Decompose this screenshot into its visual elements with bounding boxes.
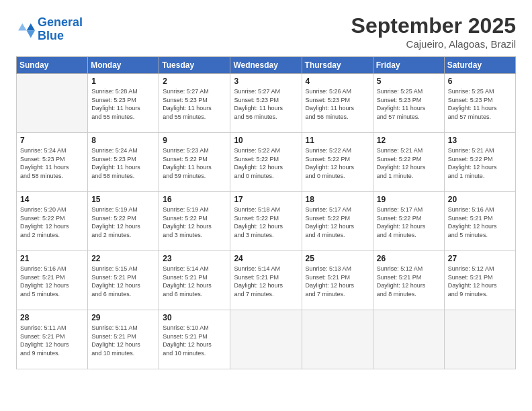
logo-general: General xyxy=(38,15,83,29)
day-number: 18 xyxy=(306,195,369,204)
day-info: Sunrise: 5:23 AM Sunset: 5:22 PM Dayligh… xyxy=(163,146,226,180)
svg-marker-0 xyxy=(27,23,35,30)
day-number: 13 xyxy=(448,136,512,145)
calendar-cell: 30Sunrise: 5:10 AM Sunset: 5:21 PM Dayli… xyxy=(159,310,230,369)
day-number: 16 xyxy=(163,195,226,204)
day-number: 5 xyxy=(377,77,441,86)
header: General Blue September 2025 Cajueiro, Al… xyxy=(16,13,516,50)
day-info: Sunrise: 5:19 AM Sunset: 5:22 PM Dayligh… xyxy=(163,205,226,239)
day-info: Sunrise: 5:10 AM Sunset: 5:21 PM Dayligh… xyxy=(163,324,226,357)
day-number: 3 xyxy=(234,77,298,86)
weekday-header-row: SundayMondayTuesdayWednesdayThursdayFrid… xyxy=(17,57,516,74)
day-number: 6 xyxy=(448,77,512,86)
day-info: Sunrise: 5:24 AM Sunset: 5:23 PM Dayligh… xyxy=(20,146,84,180)
day-info: Sunrise: 5:18 AM Sunset: 5:22 PM Dayligh… xyxy=(234,205,298,239)
calendar-cell: 18Sunrise: 5:17 AM Sunset: 5:22 PM Dayli… xyxy=(302,192,373,251)
day-info: Sunrise: 5:15 AM Sunset: 5:21 PM Dayligh… xyxy=(91,265,155,298)
week-row-4: 21Sunrise: 5:16 AM Sunset: 5:21 PM Dayli… xyxy=(17,251,516,310)
day-number: 30 xyxy=(163,313,226,322)
day-info: Sunrise: 5:17 AM Sunset: 5:22 PM Dayligh… xyxy=(306,205,369,239)
day-number: 14 xyxy=(20,195,84,204)
calendar-cell: 8Sunrise: 5:24 AM Sunset: 5:23 PM Daylig… xyxy=(88,133,159,192)
day-number: 23 xyxy=(163,254,226,263)
day-info: Sunrise: 5:12 AM Sunset: 5:21 PM Dayligh… xyxy=(448,265,512,298)
calendar-cell: 21Sunrise: 5:16 AM Sunset: 5:21 PM Dayli… xyxy=(17,251,88,310)
day-number: 26 xyxy=(377,254,441,263)
calendar-cell: 20Sunrise: 5:16 AM Sunset: 5:21 PM Dayli… xyxy=(444,192,515,251)
day-info: Sunrise: 5:14 AM Sunset: 5:21 PM Dayligh… xyxy=(163,265,226,298)
day-number: 15 xyxy=(91,195,155,204)
calendar-cell: 19Sunrise: 5:17 AM Sunset: 5:22 PM Dayli… xyxy=(373,192,444,251)
week-row-1: 1Sunrise: 5:28 AM Sunset: 5:23 PM Daylig… xyxy=(17,74,516,133)
calendar-cell: 7Sunrise: 5:24 AM Sunset: 5:23 PM Daylig… xyxy=(17,133,88,192)
calendar-cell: 9Sunrise: 5:23 AM Sunset: 5:22 PM Daylig… xyxy=(159,133,230,192)
day-number: 24 xyxy=(234,254,298,263)
weekday-header-tuesday: Tuesday xyxy=(159,57,230,74)
week-row-2: 7Sunrise: 5:24 AM Sunset: 5:23 PM Daylig… xyxy=(17,133,516,192)
day-number: 10 xyxy=(234,136,298,145)
day-info: Sunrise: 5:19 AM Sunset: 5:22 PM Dayligh… xyxy=(91,205,155,239)
calendar-cell: 25Sunrise: 5:13 AM Sunset: 5:21 PM Dayli… xyxy=(302,251,373,310)
week-row-5: 28Sunrise: 5:11 AM Sunset: 5:21 PM Dayli… xyxy=(17,310,516,369)
day-number: 8 xyxy=(91,136,155,145)
calendar-cell: 17Sunrise: 5:18 AM Sunset: 5:22 PM Dayli… xyxy=(230,192,302,251)
day-info: Sunrise: 5:26 AM Sunset: 5:23 PM Dayligh… xyxy=(306,87,369,121)
calendar-cell: 3Sunrise: 5:27 AM Sunset: 5:23 PM Daylig… xyxy=(230,74,302,133)
calendar-cell: 29Sunrise: 5:11 AM Sunset: 5:21 PM Dayli… xyxy=(88,310,159,369)
week-row-3: 14Sunrise: 5:20 AM Sunset: 5:22 PM Dayli… xyxy=(17,192,516,251)
month-title: September 2025 xyxy=(351,13,516,38)
day-number: 17 xyxy=(234,195,298,204)
calendar-cell: 10Sunrise: 5:22 AM Sunset: 5:22 PM Dayli… xyxy=(230,133,302,192)
day-info: Sunrise: 5:17 AM Sunset: 5:22 PM Dayligh… xyxy=(377,205,441,239)
calendar-cell: 15Sunrise: 5:19 AM Sunset: 5:22 PM Dayli… xyxy=(88,192,159,251)
page: General Blue September 2025 Cajueiro, Al… xyxy=(0,0,532,411)
logo-blue: Blue xyxy=(38,29,64,42)
day-number: 9 xyxy=(163,136,226,145)
title-block: September 2025 Cajueiro, Alagoas, Brazil xyxy=(351,13,516,50)
calendar-cell: 14Sunrise: 5:20 AM Sunset: 5:22 PM Dayli… xyxy=(17,192,88,251)
day-info: Sunrise: 5:27 AM Sunset: 5:23 PM Dayligh… xyxy=(163,87,226,121)
day-info: Sunrise: 5:16 AM Sunset: 5:21 PM Dayligh… xyxy=(448,205,512,239)
calendar-cell xyxy=(17,74,88,133)
day-number: 4 xyxy=(306,77,369,86)
weekday-header-monday: Monday xyxy=(88,57,159,74)
day-number: 19 xyxy=(377,195,441,204)
calendar-cell: 1Sunrise: 5:28 AM Sunset: 5:23 PM Daylig… xyxy=(88,74,159,133)
day-info: Sunrise: 5:22 AM Sunset: 5:22 PM Dayligh… xyxy=(306,146,369,180)
logo: General Blue xyxy=(16,16,83,43)
day-number: 20 xyxy=(448,195,512,204)
calendar-cell: 12Sunrise: 5:21 AM Sunset: 5:22 PM Dayli… xyxy=(373,133,444,192)
calendar-cell: 6Sunrise: 5:25 AM Sunset: 5:23 PM Daylig… xyxy=(444,74,515,133)
day-number: 1 xyxy=(91,77,155,86)
svg-marker-1 xyxy=(27,30,35,38)
day-number: 22 xyxy=(91,254,155,263)
logo-icon xyxy=(16,20,35,39)
day-info: Sunrise: 5:21 AM Sunset: 5:22 PM Dayligh… xyxy=(448,146,512,180)
calendar-cell xyxy=(444,310,515,369)
calendar-cell xyxy=(373,310,444,369)
day-info: Sunrise: 5:24 AM Sunset: 5:23 PM Dayligh… xyxy=(91,146,155,180)
day-info: Sunrise: 5:12 AM Sunset: 5:21 PM Dayligh… xyxy=(377,265,441,298)
day-number: 11 xyxy=(306,136,369,145)
weekday-header-wednesday: Wednesday xyxy=(230,57,302,74)
day-number: 21 xyxy=(20,254,84,263)
day-number: 7 xyxy=(20,136,84,145)
day-info: Sunrise: 5:16 AM Sunset: 5:21 PM Dayligh… xyxy=(20,265,84,298)
calendar-cell xyxy=(230,310,302,369)
weekday-header-saturday: Saturday xyxy=(444,57,515,74)
svg-marker-2 xyxy=(18,23,26,30)
calendar-cell: 23Sunrise: 5:14 AM Sunset: 5:21 PM Dayli… xyxy=(159,251,230,310)
weekday-header-sunday: Sunday xyxy=(17,57,88,74)
calendar-cell: 16Sunrise: 5:19 AM Sunset: 5:22 PM Dayli… xyxy=(159,192,230,251)
calendar-cell xyxy=(302,310,373,369)
day-info: Sunrise: 5:27 AM Sunset: 5:23 PM Dayligh… xyxy=(234,87,298,121)
day-info: Sunrise: 5:20 AM Sunset: 5:22 PM Dayligh… xyxy=(20,205,84,239)
day-number: 28 xyxy=(20,313,84,322)
calendar-cell: 2Sunrise: 5:27 AM Sunset: 5:23 PM Daylig… xyxy=(159,74,230,133)
day-info: Sunrise: 5:11 AM Sunset: 5:21 PM Dayligh… xyxy=(91,324,155,357)
calendar-cell: 13Sunrise: 5:21 AM Sunset: 5:22 PM Dayli… xyxy=(444,133,515,192)
calendar-cell: 27Sunrise: 5:12 AM Sunset: 5:21 PM Dayli… xyxy=(444,251,515,310)
day-number: 27 xyxy=(448,254,512,263)
calendar-cell: 26Sunrise: 5:12 AM Sunset: 5:21 PM Dayli… xyxy=(373,251,444,310)
day-info: Sunrise: 5:21 AM Sunset: 5:22 PM Dayligh… xyxy=(377,146,441,180)
